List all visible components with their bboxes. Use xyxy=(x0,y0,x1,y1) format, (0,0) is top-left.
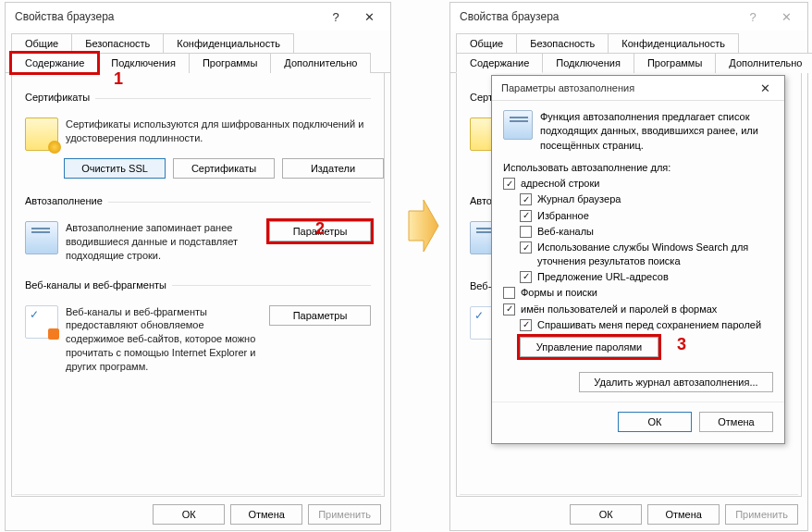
certificates-button[interactable]: Сертификаты xyxy=(173,158,275,179)
tab-security[interactable]: Безопасность xyxy=(516,33,609,53)
modal-footer: ОК Отмена xyxy=(492,402,784,443)
help-icon: ? xyxy=(737,5,769,29)
autofill-icon xyxy=(25,221,58,254)
checkbox-url-suggest[interactable] xyxy=(520,271,532,283)
cancel-button[interactable]: Отмена xyxy=(230,504,302,525)
checkbox-usernames-passwords[interactable] xyxy=(503,303,515,315)
label-history: Журнал браузера xyxy=(537,192,621,205)
window-title: Свойства браузера xyxy=(15,10,115,23)
label-forms: Формы и поиски xyxy=(521,286,597,299)
window-title: Свойства браузера xyxy=(460,10,560,23)
titlebar: Свойства браузера ? ✕ xyxy=(6,3,390,31)
tab-programs[interactable]: Программы xyxy=(634,53,716,73)
tab-connections[interactable]: Подключения xyxy=(542,53,634,73)
group-certificates-label: Сертификаты xyxy=(25,92,90,103)
tab-content[interactable]: Содержание xyxy=(456,53,543,73)
certificate-icon xyxy=(25,118,58,151)
modal-title: Параметры автозаполнения xyxy=(501,82,634,93)
label-askbefore: Спрашивать меня перед сохранением пароле… xyxy=(537,318,761,331)
cert-desc: Сертификаты используются для шифрованных… xyxy=(66,118,371,145)
callout-3: 3 xyxy=(677,335,686,354)
tab-privacy[interactable]: Конфиденциальность xyxy=(163,33,294,53)
tab-content[interactable]: Содержание xyxy=(11,53,98,73)
tab-content-body: 1 Сертификаты Сертификаты используются д… xyxy=(11,73,385,497)
clear-autofill-history-button[interactable]: Удалить журнал автозаполнения... xyxy=(579,372,773,392)
clear-ssl-button[interactable]: Очистить SSL xyxy=(64,158,166,179)
publishers-button[interactable]: Издатели xyxy=(282,158,384,179)
apply-button[interactable]: Применить xyxy=(725,504,798,525)
dialog-footer: ОК Отмена Применить xyxy=(460,494,798,525)
apply-button[interactable]: Применить xyxy=(308,504,381,525)
tab-security[interactable]: Безопасность xyxy=(71,33,164,53)
tab-advanced[interactable]: Дополнительно xyxy=(715,53,812,73)
group-feeds-label: Веб-каналы и веб-фрагменты xyxy=(25,279,166,291)
tab-row-top: Общие Безопасность Конфиденциальность xyxy=(6,32,390,52)
tab-row-top: Общие Безопасность Конфиденциальность xyxy=(450,32,807,52)
checkbox-favorites[interactable] xyxy=(520,210,532,222)
checkbox-forms[interactable] xyxy=(503,287,515,299)
label-urlsuggest: Предложение URL-адресов xyxy=(537,270,669,283)
browser-properties-right-window: Свойства браузера ? ✕ Общие Безопасность… xyxy=(449,2,808,531)
manage-passwords-button[interactable]: Управление паролями xyxy=(520,337,658,357)
modal-cancel-button[interactable]: Отмена xyxy=(699,412,773,432)
tab-general[interactable]: Общие xyxy=(11,33,72,53)
callout-1: 1 xyxy=(114,69,123,89)
tab-programs[interactable]: Программы xyxy=(189,53,271,73)
checkbox-history[interactable] xyxy=(520,193,532,205)
checkbox-windows-search[interactable] xyxy=(520,241,532,254)
tab-connections[interactable]: Подключения xyxy=(97,53,190,73)
autofill-icon xyxy=(503,110,533,140)
dialog-footer: ОК Отмена Применить xyxy=(15,494,381,525)
label-userpass: имён пользователей и паролей в формах xyxy=(521,303,717,315)
label-webch: Веб-каналы xyxy=(537,225,594,238)
tab-advanced[interactable]: Дополнительно xyxy=(270,53,371,73)
ok-button[interactable]: ОК xyxy=(153,504,225,525)
group-autofill-label: Автозаполнение xyxy=(25,195,103,206)
close-icon[interactable]: ✕ xyxy=(353,5,385,29)
ok-button[interactable]: ОК xyxy=(570,504,642,525)
step-arrow-icon xyxy=(407,198,440,254)
titlebar: Свойства браузера ? ✕ xyxy=(450,3,807,31)
tab-privacy[interactable]: Конфиденциальность xyxy=(608,33,739,53)
label-winsearch: Использование службы Windows Search для … xyxy=(537,241,773,267)
autofill-settings-dialog: Параметры автозаполнения ✕ Функция автоз… xyxy=(491,75,785,444)
label-address: адресной строки xyxy=(521,177,599,190)
help-icon[interactable]: ? xyxy=(320,5,351,29)
tab-row-bottom: Содержание Подключения Программы Дополни… xyxy=(6,52,390,73)
checkbox-web-channels[interactable] xyxy=(520,226,532,238)
callout-2: 2 xyxy=(315,219,325,239)
feeds-icon xyxy=(25,305,58,339)
feeds-params-button[interactable]: Параметры xyxy=(269,305,371,326)
feeds-desc: Веб-каналы и веб-фрагменты предоставляют… xyxy=(66,305,262,374)
autofill-desc: Автозаполнение запоминает ранее вводивши… xyxy=(66,221,262,263)
checkbox-address-bar[interactable] xyxy=(503,178,515,190)
use-for-label: Использовать автозаполнение для: xyxy=(503,162,773,173)
checkbox-ask-before-save[interactable] xyxy=(520,319,532,331)
tab-general[interactable]: Общие xyxy=(456,33,517,53)
browser-properties-left-window: Свойства браузера ? ✕ Общие Безопасность… xyxy=(5,2,391,531)
close-icon[interactable]: ✕ xyxy=(751,78,779,98)
label-fav: Избранное xyxy=(537,209,589,222)
modal-intro: Функция автозаполнения предлагает список… xyxy=(540,110,773,153)
close-icon: ✕ xyxy=(770,5,802,29)
svg-marker-0 xyxy=(409,200,438,252)
modal-ok-button[interactable]: ОК xyxy=(618,412,692,432)
tab-row-bottom: Содержание Подключения Программы Дополни… xyxy=(450,52,807,73)
cancel-button[interactable]: Отмена xyxy=(647,504,720,525)
